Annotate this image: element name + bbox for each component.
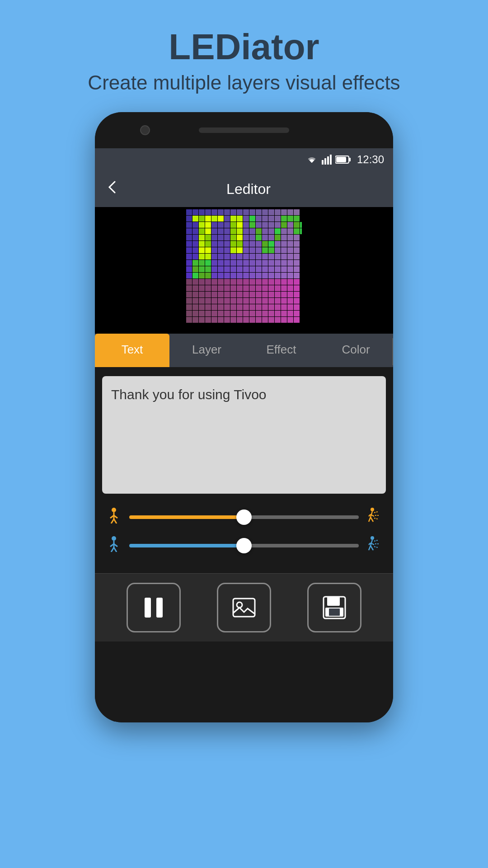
size-large-icon <box>366 536 382 555</box>
svg-point-28 <box>371 536 374 540</box>
sliders-section <box>95 503 393 573</box>
svg-line-15 <box>369 514 371 516</box>
led-grid <box>186 209 302 325</box>
app-bar: Leditor <box>95 171 393 207</box>
svg-point-13 <box>371 508 374 511</box>
svg-line-21 <box>374 518 378 519</box>
app-bar-title: Leditor <box>129 181 368 198</box>
svg-line-30 <box>369 543 371 545</box>
svg-line-17 <box>369 517 371 522</box>
svg-line-12 <box>114 519 117 524</box>
phone-camera <box>140 125 150 135</box>
svg-rect-6 <box>336 157 346 162</box>
back-button[interactable] <box>104 179 120 199</box>
speed-slider-row <box>106 507 382 527</box>
svg-rect-38 <box>156 598 163 618</box>
led-display <box>95 207 393 334</box>
svg-rect-44 <box>329 609 340 616</box>
svg-line-34 <box>374 540 378 541</box>
phone-top-bezel <box>95 112 393 148</box>
tab-effect[interactable]: Effect <box>244 334 319 367</box>
svg-line-33 <box>371 546 373 550</box>
image-icon <box>230 594 258 621</box>
status-icons <box>305 155 352 165</box>
tabs-bar: Text Layer Effect Color <box>95 334 393 367</box>
phone-frame: 12:30 Leditor Te <box>95 112 393 722</box>
svg-point-7 <box>112 508 116 512</box>
svg-rect-5 <box>349 158 351 161</box>
save-icon <box>321 594 348 621</box>
text-input-content[interactable]: Thank you for using Tivoo <box>111 385 377 404</box>
status-time: 12:30 <box>357 153 384 166</box>
size-small-icon <box>106 536 122 555</box>
wifi-icon <box>305 155 318 165</box>
page-header: LEDiator Create multiple layers visual e… <box>0 0 488 112</box>
svg-line-19 <box>374 512 378 513</box>
svg-rect-42 <box>327 597 340 606</box>
page-title: LEDiator <box>0 27 488 67</box>
pause-button[interactable] <box>127 583 181 632</box>
svg-line-11 <box>111 519 114 524</box>
speed-slider-track[interactable] <box>129 515 359 519</box>
svg-rect-0 <box>322 160 324 165</box>
size-slider-thumb[interactable] <box>236 538 252 553</box>
svg-rect-3 <box>330 155 332 165</box>
speed-slider-thumb[interactable] <box>236 509 252 525</box>
speed-slow-icon <box>106 507 122 527</box>
page-subtitle: Create multiple layers visual effects <box>0 71 488 94</box>
svg-point-22 <box>112 536 116 541</box>
text-input-area[interactable]: Thank you for using Tivoo <box>102 376 386 494</box>
tab-color[interactable]: Color <box>319 334 393 367</box>
svg-rect-2 <box>327 156 329 165</box>
svg-rect-1 <box>324 158 326 165</box>
save-button[interactable] <box>307 583 361 632</box>
signal-icon <box>322 155 332 165</box>
bottom-controls <box>95 573 393 642</box>
image-button[interactable] <box>217 583 271 632</box>
speed-fast-icon <box>366 507 382 527</box>
phone-screen: 12:30 Leditor Te <box>95 148 393 722</box>
phone-side-button-2 <box>392 338 393 365</box>
svg-line-32 <box>369 546 371 550</box>
tab-layer[interactable]: Layer <box>169 334 244 367</box>
size-slider-track[interactable] <box>129 544 359 547</box>
svg-line-36 <box>374 547 378 547</box>
svg-line-27 <box>114 547 117 552</box>
phone-speaker <box>199 127 289 133</box>
tab-text[interactable]: Text <box>95 334 169 367</box>
svg-rect-37 <box>145 598 151 618</box>
svg-line-18 <box>371 517 373 522</box>
svg-rect-39 <box>233 599 255 617</box>
pause-icon <box>140 594 167 621</box>
svg-line-26 <box>111 547 114 552</box>
battery-icon <box>335 155 352 164</box>
size-slider-row <box>106 536 382 555</box>
status-bar: 12:30 <box>95 148 393 171</box>
